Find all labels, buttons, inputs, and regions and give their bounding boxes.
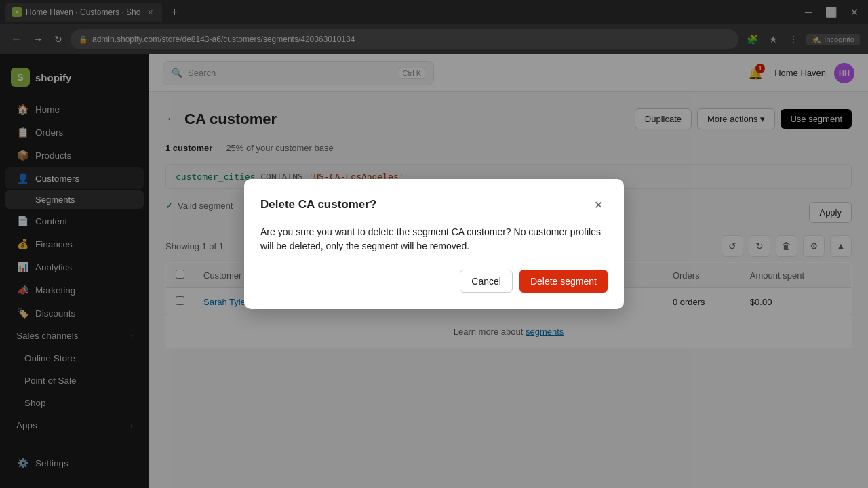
delete-modal: Delete CA customer? ✕ Are you sure you w… xyxy=(244,179,624,309)
delete-segment-button[interactable]: Delete segment xyxy=(519,270,608,293)
cancel-button[interactable]: Cancel xyxy=(460,270,513,293)
modal-close-button[interactable]: ✕ xyxy=(589,195,608,214)
modal-body: Are you sure you want to delete the segm… xyxy=(260,225,608,253)
modal-footer: Cancel Delete segment xyxy=(260,270,608,293)
modal-header: Delete CA customer? ✕ xyxy=(260,195,608,214)
modal-title: Delete CA customer? xyxy=(260,198,376,211)
modal-overlay[interactable]: Delete CA customer? ✕ Are you sure you w… xyxy=(0,0,868,488)
